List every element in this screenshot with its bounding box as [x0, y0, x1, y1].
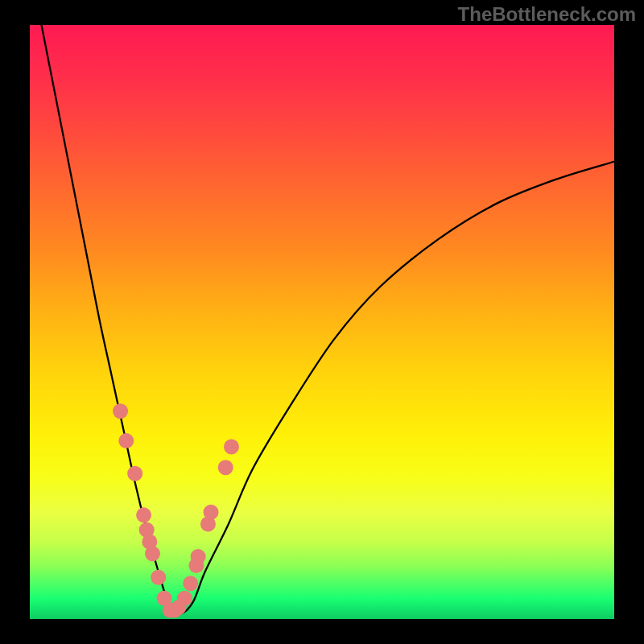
bead-point	[204, 505, 219, 520]
bead-point	[118, 433, 134, 448]
bead-point	[127, 466, 142, 481]
bead-point	[151, 570, 166, 585]
bead-point	[136, 507, 151, 522]
bead-group	[113, 403, 239, 617]
bead-point	[224, 439, 239, 454]
watermark-text: TheBottleneck.com	[458, 3, 636, 26]
bead-point	[145, 546, 160, 561]
chart-svg	[30, 25, 614, 619]
chart-frame: TheBottleneck.com	[0, 0, 644, 644]
bead-point	[183, 576, 198, 591]
bead-point	[218, 460, 233, 475]
bottleneck-curve	[42, 25, 614, 613]
bead-point	[113, 403, 128, 419]
bead-point	[177, 591, 192, 606]
bead-point	[191, 549, 206, 564]
plot-area	[30, 25, 614, 619]
